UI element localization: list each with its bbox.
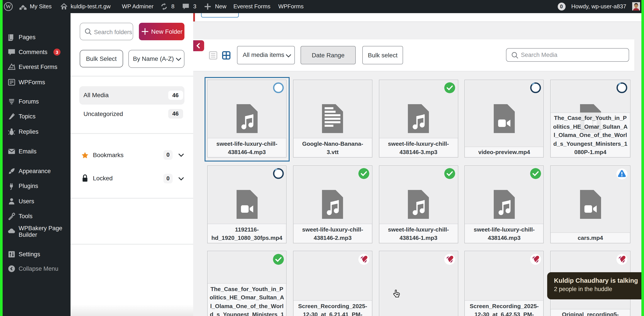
svg-text:W: W (6, 3, 11, 9)
